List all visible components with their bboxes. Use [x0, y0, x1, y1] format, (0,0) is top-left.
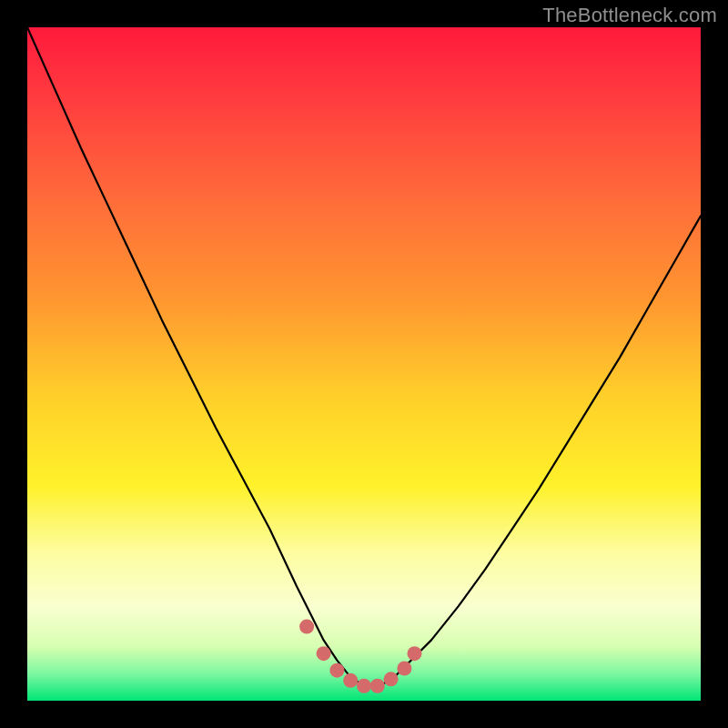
- highlight-dot: [408, 646, 422, 661]
- highlight-dot: [317, 646, 331, 661]
- highlight-dot: [370, 679, 385, 693]
- highlight-dot: [343, 673, 358, 688]
- gradient-background: [27, 27, 701, 701]
- highlight-dot: [384, 672, 399, 686]
- chart-svg: [27, 27, 701, 701]
- chart-frame: TheBottleneck.com: [0, 0, 728, 728]
- watermark-text: TheBottleneck.com: [542, 4, 717, 27]
- highlight-dot: [329, 663, 344, 678]
- highlight-dot: [299, 620, 314, 634]
- highlight-dot: [397, 661, 411, 675]
- plot-area: [27, 27, 701, 701]
- highlight-dot: [357, 679, 371, 693]
